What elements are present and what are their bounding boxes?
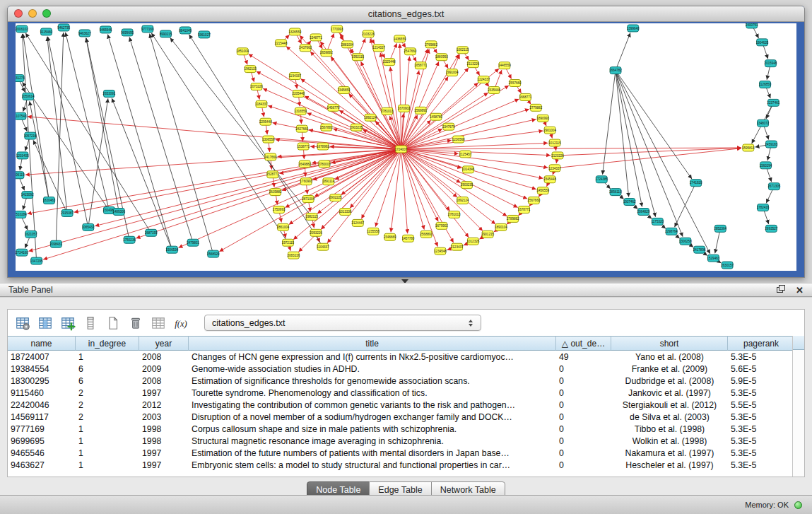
function-builder-icon[interactable]: f(x) — [172, 314, 190, 332]
network-node[interactable]: 1126850 — [759, 81, 772, 88]
table-row[interactable]: 969969511998Structural magnetic resonanc… — [8, 435, 795, 447]
network-node[interactable]: 1670902 — [398, 105, 411, 112]
network-node[interactable]: 1560294 — [760, 162, 772, 169]
network-node[interactable]: 1002115 — [457, 47, 469, 54]
network-node[interactable]: 2098431 — [50, 240, 63, 247]
column-header-out_de[interactable]: △ out_de… — [556, 336, 611, 351]
network-node[interactable]: 2789882 — [507, 215, 519, 222]
network-node[interactable]: 2479801 — [187, 239, 199, 246]
network-node[interactable]: 2346669 — [384, 233, 396, 240]
network-node[interactable]: 2417660 — [264, 153, 277, 160]
network-node[interactable]: 2856110 — [609, 189, 622, 196]
network-node[interactable]: 1399640 — [627, 25, 640, 32]
network-node[interactable]: 2123437 — [451, 243, 464, 250]
network-node[interactable]: 1621057 — [25, 230, 37, 238]
edit-table-icon[interactable] — [59, 314, 77, 332]
network-node[interactable]: 9115460 — [40, 28, 53, 35]
network-window-titlebar[interactable]: citations_edges.txt — [8, 6, 804, 22]
network-node[interactable]: 1890104 — [495, 223, 507, 230]
network-node[interactable]: 1175320 — [652, 218, 664, 225]
network-node[interactable]: 1937462 — [623, 199, 636, 206]
network-node[interactable]: 2325448 — [383, 59, 396, 66]
network-canvas[interactable]: 2006102911546094627359463627946554696996… — [16, 23, 796, 271]
network-node[interactable]: 2852364 — [714, 225, 726, 232]
network-node[interactable]: 1234337 — [548, 165, 561, 172]
network-node[interactable]: 2400751 — [746, 23, 758, 28]
network-node[interactable]: 1664782 — [609, 67, 622, 74]
column-header-year[interactable]: year — [139, 336, 189, 351]
network-node[interactable]: 2568891 — [420, 230, 433, 238]
network-node[interactable]: 1235558 — [367, 228, 379, 235]
network-node[interactable]: 1782416 — [757, 204, 770, 211]
network-node[interactable]: 2083226 — [288, 252, 300, 259]
network-node[interactable]: 1184337 — [255, 100, 268, 107]
network-node[interactable]: 1457780 — [402, 235, 415, 242]
network-node[interactable]: 2295448 — [259, 118, 272, 125]
network-node[interactable]: 1456559 — [536, 187, 549, 194]
table-row[interactable]: 946362711997Embryonic stem cells: a mode… — [8, 459, 795, 471]
network-node[interactable]: 2769882 — [425, 41, 437, 48]
network-node[interactable]: 1595813 — [742, 144, 755, 151]
network-node[interactable]: 2861004 — [277, 223, 290, 230]
network-node[interactable]: 1306258 — [679, 238, 692, 245]
network-node[interactable]: 2901215 — [481, 230, 494, 238]
float-panel-icon[interactable] — [776, 284, 786, 296]
network-node[interactable]: 2903235 — [461, 182, 473, 189]
network-node[interactable]: 1890993 — [536, 115, 549, 122]
network-node[interactable]: 9462735 — [57, 24, 70, 31]
network-node[interactable]: 1992115 — [352, 54, 365, 61]
network-node[interactable]: 9465546 — [100, 26, 112, 33]
network-node[interactable]: 2417896 — [693, 246, 706, 253]
network-node[interactable]: 2215448 — [275, 40, 288, 47]
network-node[interactable]: 1224337 — [477, 76, 490, 83]
network-node[interactable]: 8841049 — [179, 27, 192, 34]
network-node[interactable]: 1012115 — [548, 139, 561, 146]
network-node[interactable]: 1456770 — [327, 104, 340, 111]
select-columns-icon[interactable] — [36, 314, 54, 332]
table-row[interactable]: 1938455462009Genome-wide association stu… — [8, 363, 795, 375]
network-node[interactable]: 2306119 — [16, 172, 25, 179]
network-node[interactable]: 2649882 — [298, 160, 311, 168]
table-row[interactable]: 1456911722003Disruption of a novel membe… — [8, 411, 795, 423]
network-node[interactable]: 1529463 — [707, 255, 720, 262]
network-node[interactable]: 1679902 — [435, 222, 448, 229]
table-scrollbar[interactable] — [792, 336, 804, 477]
network-node[interactable]: 1347295 — [30, 257, 43, 264]
network-node[interactable]: 2459183 — [765, 141, 778, 148]
import-table-icon[interactable] — [149, 314, 167, 332]
minimize-window-button[interactable] — [28, 9, 37, 18]
network-node[interactable]: 1668771 — [519, 93, 532, 100]
network-node[interactable]: 1851004 — [236, 48, 249, 55]
network-node[interactable]: 1194337 — [289, 73, 302, 80]
network-node[interactable]: 1770993 — [331, 25, 343, 33]
network-node[interactable]: 1065432 — [82, 223, 95, 230]
network-node[interactable]: 2345448 — [543, 176, 556, 183]
network-node[interactable]: 2781013 — [381, 107, 394, 115]
new-table-icon[interactable] — [104, 314, 122, 332]
network-node[interactable]: 2671305 — [768, 183, 781, 190]
network-node[interactable]: 1962115 — [244, 66, 257, 73]
network-node[interactable]: 1031274 — [16, 75, 25, 82]
network-node[interactable]: 1458780 — [430, 113, 442, 120]
network-node[interactable]: 1107543 — [16, 112, 27, 119]
network-node[interactable]: 1820463 — [43, 197, 56, 204]
column-chooser-icon[interactable] — [81, 314, 100, 332]
table-row[interactable]: 2242004622012Investigating the contribut… — [8, 399, 795, 411]
network-node[interactable]: 2881004 — [341, 41, 354, 48]
network-node[interactable]: 1892124 — [457, 197, 469, 204]
network-node[interactable]: 2437660 — [299, 45, 312, 52]
network-node[interactable]: 1906534 — [166, 246, 179, 253]
network-node[interactable]: 1326559 — [289, 28, 302, 35]
network-node[interactable]: 2335448 — [488, 86, 500, 93]
network-node[interactable]: 1568920 — [207, 250, 220, 257]
network-node[interactable]: 1678992 — [317, 143, 329, 150]
network-node[interactable]: 1306559 — [262, 136, 275, 143]
network-node[interactable]: 2569891 — [414, 107, 427, 114]
network-node[interactable]: 2510284 — [16, 211, 27, 218]
network-node[interactable]: 1678771 — [518, 206, 531, 214]
column-header-short[interactable]: short — [611, 336, 728, 351]
network-node[interactable]: 9361027 — [198, 31, 211, 38]
network-node[interactable]: 3057216 — [24, 132, 37, 139]
network-node[interactable]: 2298764 — [665, 228, 678, 235]
network-node[interactable]: 1972115 — [282, 239, 295, 246]
